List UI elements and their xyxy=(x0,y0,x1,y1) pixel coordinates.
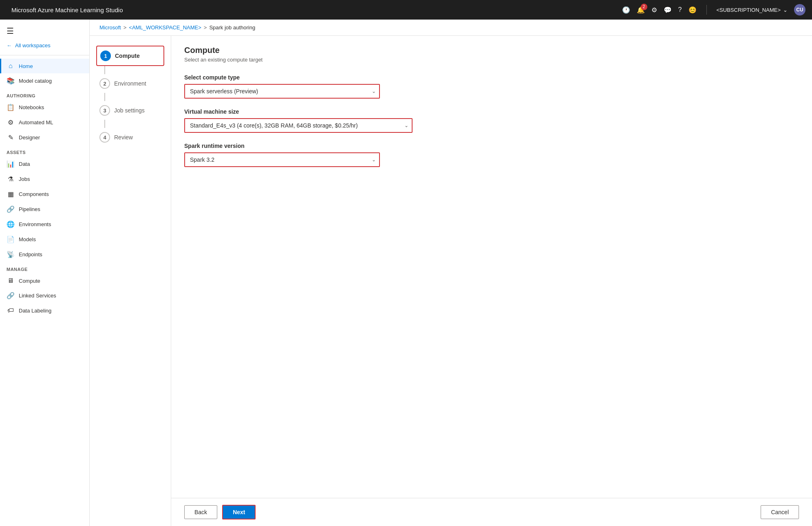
step-label-job-settings: Job settings xyxy=(114,107,145,114)
sidebar-compute-label: Compute xyxy=(19,278,40,284)
sidebar-item-designer[interactable]: ✎ Designer xyxy=(0,130,89,145)
dropdown-chevron: ⌄ xyxy=(783,7,788,13)
compute-icon: 🖥 xyxy=(7,277,15,284)
wizard-step-job-settings: 3 Job settings xyxy=(96,101,164,120)
breadcrumb-microsoft[interactable]: Microsoft xyxy=(99,24,121,31)
all-workspaces-label: All workspaces xyxy=(15,42,51,48)
wizard-steps: 1 Compute 2 Environment 3 Job settings 4… xyxy=(90,36,171,526)
vm-size-select-wrapper: Standard_E4s_v3 (4 core(s), 32GB RAM, 64… xyxy=(184,118,413,133)
help-icon[interactable]: ? xyxy=(678,6,682,13)
hamburger-icon: ☰ xyxy=(7,26,14,36)
step-circle-2: 2 xyxy=(99,78,110,89)
sidebar-designer-label: Designer xyxy=(19,134,40,141)
sidebar-item-data-labeling[interactable]: 🏷 Data Labeling xyxy=(0,303,89,318)
sidebar-linked-services-label: Linked Services xyxy=(19,293,56,299)
sidebar-home-label: Home xyxy=(19,63,33,69)
breadcrumb-current: Spark job authoring xyxy=(209,24,255,31)
vm-size-label: Virtual machine size xyxy=(184,108,799,115)
jobs-icon: ⚗ xyxy=(7,175,15,183)
sidebar-environments-label: Environments xyxy=(19,221,51,227)
step-circle-1: 1 xyxy=(100,51,111,61)
section-authoring: Authoring xyxy=(0,88,89,100)
sidebar-components-label: Components xyxy=(19,191,49,197)
designer-icon: ✎ xyxy=(7,134,15,141)
sidebar-item-linked-services[interactable]: 🔗 Linked Services xyxy=(0,288,89,303)
sidebar-item-jobs[interactable]: ⚗ Jobs xyxy=(0,172,89,187)
compute-type-label: Select compute type xyxy=(184,74,799,81)
sidebar-nav: ⌂ Home 📚 Model catalog Authoring 📋 Noteb… xyxy=(0,55,89,321)
endpoints-icon: 📡 xyxy=(7,251,15,258)
sidebar-top: ☰ ← All workspaces xyxy=(0,20,89,55)
wizard-step-review: 4 Review xyxy=(96,128,164,147)
linked-services-icon: 🔗 xyxy=(7,292,15,299)
cancel-button[interactable]: Cancel xyxy=(761,505,799,519)
compute-type-select-wrapper: Spark serverless (Preview) Attached Spar… xyxy=(184,84,380,99)
notification-icon[interactable]: 🔔 2 xyxy=(637,6,645,14)
sidebar-item-home[interactable]: ⌂ Home xyxy=(0,59,89,73)
step-label-review: Review xyxy=(114,134,133,141)
vm-size-group: Virtual machine size Standard_E4s_v3 (4 … xyxy=(184,108,799,133)
components-icon: ▦ xyxy=(7,190,15,198)
breadcrumb-sep-1: > xyxy=(124,24,127,31)
settings-icon[interactable]: ⚙ xyxy=(651,6,657,14)
notification-badge: 2 xyxy=(641,4,647,10)
next-button[interactable]: Next xyxy=(222,505,256,519)
back-arrow-icon: ← xyxy=(7,42,12,48)
sidebar-model-catalog-label: Model catalog xyxy=(19,78,52,84)
breadcrumb-sep-2: > xyxy=(204,24,207,31)
sidebar-item-pipelines[interactable]: 🔗 Pipelines xyxy=(0,202,89,217)
sidebar-item-automated-ml[interactable]: ⚙ Automated ML xyxy=(0,115,89,130)
main-layout: ☰ ← All workspaces ⌂ Home 📚 Model catalo… xyxy=(0,20,812,526)
account-info[interactable]: <SUBSCRIPTION_NAME> ⌄ xyxy=(717,7,788,13)
spark-version-group: Spark runtime version Spark 3.2 Spark 3.… xyxy=(184,143,799,167)
sidebar-item-data[interactable]: 📊 Data xyxy=(0,156,89,172)
sidebar-endpoints-label: Endpoints xyxy=(19,251,42,257)
form-area: Compute Select an existing compute targe… xyxy=(171,36,812,498)
sidebar-item-models[interactable]: 📄 Models xyxy=(0,232,89,247)
step-connector-1-2 xyxy=(104,66,105,74)
spark-version-label: Spark runtime version xyxy=(184,143,799,149)
sidebar-item-model-catalog[interactable]: 📚 Model catalog xyxy=(0,73,89,88)
sidebar-item-endpoints[interactable]: 📡 Endpoints xyxy=(0,247,89,262)
sidebar-data-labeling-label: Data Labeling xyxy=(19,308,51,314)
pipelines-icon: 🔗 xyxy=(7,205,15,213)
spark-version-select[interactable]: Spark 3.2 Spark 3.1 xyxy=(184,152,380,167)
menu-button[interactable]: ☰ xyxy=(0,23,89,39)
automated-ml-icon: ⚙ xyxy=(7,119,15,126)
sidebar-automated-ml-label: Automated ML xyxy=(19,119,53,125)
sidebar-item-components[interactable]: ▦ Components xyxy=(0,187,89,202)
sidebar-jobs-label: Jobs xyxy=(19,176,30,182)
sidebar: ☰ ← All workspaces ⌂ Home 📚 Model catalo… xyxy=(0,20,90,526)
sidebar-item-compute[interactable]: 🖥 Compute xyxy=(0,273,89,288)
back-button[interactable]: Back xyxy=(184,505,217,519)
home-icon: ⌂ xyxy=(7,62,15,70)
step-connector-2-3 xyxy=(104,93,105,101)
environments-icon: 🌐 xyxy=(7,220,15,228)
form-footer: Back Next Cancel xyxy=(171,498,812,526)
compute-type-select[interactable]: Spark serverless (Preview) Attached Spar… xyxy=(184,84,380,99)
form-wrapper: Compute Select an existing compute targe… xyxy=(171,36,812,526)
step-label-environment: Environment xyxy=(114,80,146,87)
sidebar-item-environments[interactable]: 🌐 Environments xyxy=(0,217,89,232)
sidebar-notebooks-label: Notebooks xyxy=(19,104,44,110)
step-circle-3: 3 xyxy=(99,105,110,116)
sidebar-pipelines-label: Pipelines xyxy=(19,206,40,212)
all-workspaces-link[interactable]: ← All workspaces xyxy=(0,39,89,52)
step-connector-3-4 xyxy=(104,120,105,128)
user-avatar[interactable]: CU xyxy=(794,4,805,15)
history-icon[interactable]: 🕐 xyxy=(622,6,630,14)
data-labeling-icon: 🏷 xyxy=(7,307,15,314)
section-assets: Assets xyxy=(0,145,89,156)
content-area: Microsoft > <AML_WORKSPACE_NAME> > Spark… xyxy=(90,20,812,526)
vm-size-select[interactable]: Standard_E4s_v3 (4 core(s), 32GB RAM, 64… xyxy=(184,118,413,133)
feedback-icon[interactable]: 💬 xyxy=(664,6,672,14)
breadcrumb-workspace[interactable]: <AML_WORKSPACE_NAME> xyxy=(129,24,201,31)
wizard-layout: 1 Compute 2 Environment 3 Job settings 4… xyxy=(90,36,812,526)
data-icon: 📊 xyxy=(7,160,15,168)
form-title: Compute xyxy=(184,46,799,55)
breadcrumb: Microsoft > <AML_WORKSPACE_NAME> > Spark… xyxy=(90,20,812,36)
user-icon[interactable]: 😊 xyxy=(688,6,697,14)
sidebar-item-notebooks[interactable]: 📋 Notebooks xyxy=(0,100,89,115)
topbar: Microsoft Azure Machine Learning Studio … xyxy=(0,0,812,20)
sidebar-data-label: Data xyxy=(19,161,30,167)
